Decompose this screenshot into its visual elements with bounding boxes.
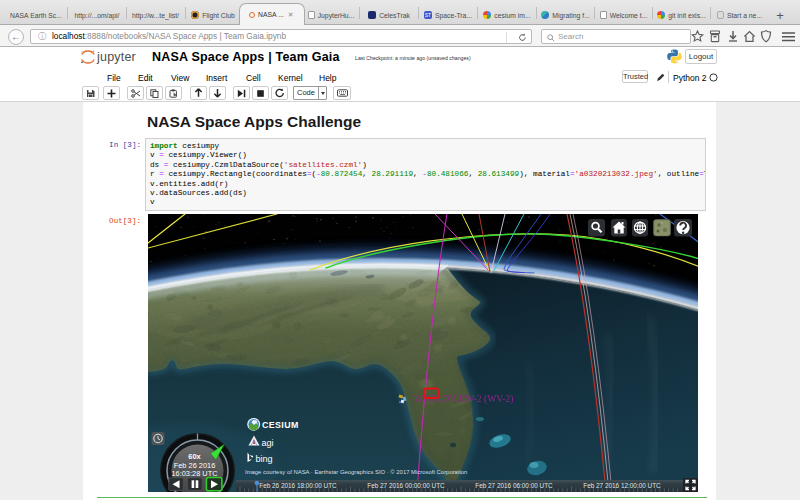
svg-text:16:03:28 UTC: 16:03:28 UTC xyxy=(171,469,218,478)
svg-text:Feb 26 2016 18:00:00 UTC: Feb 26 2016 18:00:00 UTC xyxy=(259,482,337,489)
svg-text:CESIUM: CESIUM xyxy=(262,420,299,430)
svg-text:Feb 27 2016 12:00:00 UTC: Feb 27 2016 12:00:00 UTC xyxy=(583,482,661,489)
svg-text:bing: bing xyxy=(256,454,273,464)
svg-text:Feb 27 2016 06:00:00 UTC: Feb 27 2016 06:00:00 UTC xyxy=(475,482,553,489)
svg-text:agi: agi xyxy=(262,438,274,448)
svg-text:Feb 27 2016 00:00:00 UTC: Feb 27 2016 00:00:00 UTC xyxy=(367,482,445,489)
svg-text:WORLDVIEW-2 (WV-2): WORLDVIEW-2 (WV-2) xyxy=(414,393,514,405)
svg-text:Image courtesy of NASA · Earth: Image courtesy of NASA · Earthstar Geogr… xyxy=(245,469,467,475)
